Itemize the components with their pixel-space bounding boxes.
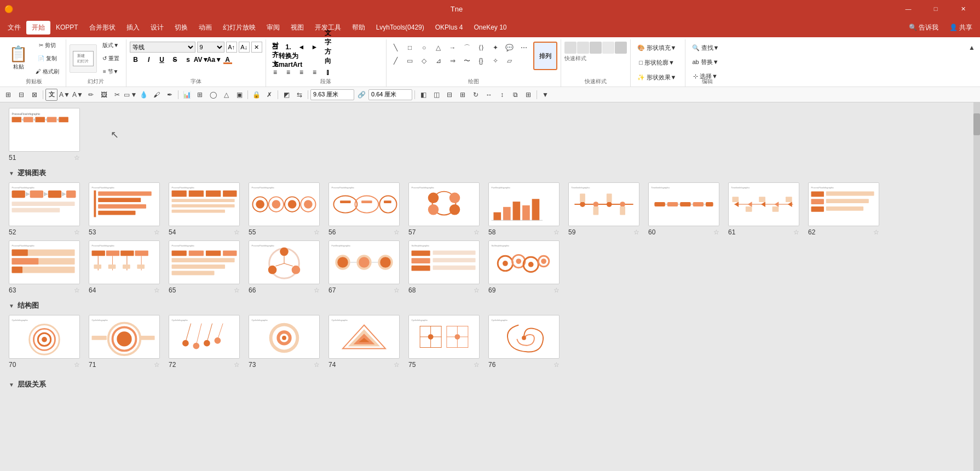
slide-thumb-76[interactable]: CyclicInfographic xyxy=(488,315,560,359)
star-68[interactable]: ☆ xyxy=(474,286,480,294)
slide-item-55[interactable]: ProcessFlowInfographic 55 ☆ xyxy=(249,182,320,236)
slide-item-76[interactable]: CyclicInfographic 76 ☆ xyxy=(488,315,560,369)
paste-button[interactable]: 📋 粘贴 xyxy=(5,44,31,73)
tb-text[interactable]: 文 xyxy=(45,89,57,101)
copy-button[interactable]: 📄 复制 xyxy=(32,53,62,65)
tb-eyedropper[interactable]: 💧 xyxy=(137,89,149,101)
slide-thumb-75[interactable]: CyclicInfographic xyxy=(408,315,480,359)
star-52[interactable]: ☆ xyxy=(74,228,80,236)
tb-chart[interactable]: 📊 xyxy=(181,89,193,101)
scrollbar-right[interactable] xyxy=(973,102,980,471)
height-input[interactable] xyxy=(368,89,412,100)
slide-item-61[interactable]: TimelineInfographic xyxy=(728,182,799,236)
slide-thumb-74[interactable]: CyclicInfographic xyxy=(328,315,400,359)
tb-link-size[interactable]: 🔗 xyxy=(355,89,367,101)
slide-thumb-59[interactable]: TimelineInfographic xyxy=(568,182,639,226)
star-71[interactable]: ☆ xyxy=(154,361,160,369)
shape7[interactable]: 〜 xyxy=(461,55,473,67)
minimize-button[interactable]: — xyxy=(896,0,921,18)
slide-item-74[interactable]: CyclicInfographic 74 ☆ xyxy=(328,315,400,369)
arrange-button[interactable]: 排列 xyxy=(533,42,557,70)
increase-indent[interactable]: ► xyxy=(309,42,321,53)
slide-thumb-67[interactable]: FiveStepInfographic xyxy=(328,240,400,284)
star-59[interactable]: ☆ xyxy=(633,228,639,236)
menu-view[interactable]: 视图 xyxy=(285,21,309,35)
shape-callout[interactable]: 💬 xyxy=(504,42,516,54)
shape8[interactable]: {} xyxy=(475,55,487,67)
shape-more[interactable]: ⋯ xyxy=(518,42,530,54)
section-triangle-logic[interactable]: ▼ xyxy=(9,170,14,176)
bold-button[interactable]: B xyxy=(130,54,142,65)
slide-thumb-62[interactable]: ProcessFlowInfographic xyxy=(808,182,879,226)
menu-home[interactable]: 开始 xyxy=(26,21,50,35)
slide-item-72[interactable]: CyclicInfographic 72 ☆ xyxy=(169,315,240,369)
tb-flipv[interactable]: ↕ xyxy=(496,89,508,101)
tb-image[interactable]: 🖼 xyxy=(98,89,110,101)
menu-search[interactable]: 🔍告诉我 xyxy=(903,21,944,35)
slide-item-71[interactable]: CyclicInfographic 71 ☆ xyxy=(89,315,160,369)
slide-item-60[interactable]: TimelineInfographic 60 ☆ xyxy=(648,182,719,236)
slide-item-53[interactable]: ProcessFlowInfographic 53 ☆ xyxy=(89,182,160,236)
font-size-decrease[interactable]: A↓ xyxy=(239,42,250,53)
shape-circle[interactable]: ○ xyxy=(418,42,430,54)
shape10[interactable]: ▱ xyxy=(504,55,516,67)
tb-crop[interactable]: ✂ xyxy=(111,89,123,101)
star-63[interactable]: ☆ xyxy=(74,286,80,294)
star-66[interactable]: ☆ xyxy=(314,286,320,294)
align-justify[interactable]: ≡ xyxy=(309,67,321,78)
slide-item-56[interactable]: ProcessFlowInfographic 56 ☆ xyxy=(328,182,400,236)
slide-thumb-60[interactable]: TimelineInfographic xyxy=(648,182,719,226)
layout-button[interactable]: 版式▼ xyxy=(99,39,123,51)
menu-slideshow[interactable]: 幻灯片放映 xyxy=(217,21,261,35)
menu-file[interactable]: 文件 xyxy=(2,21,26,35)
slide-thumb-56[interactable]: ProcessFlowInfographic xyxy=(328,182,400,226)
shape-arrow[interactable]: → xyxy=(447,42,459,54)
maximize-button[interactable]: □ xyxy=(923,0,948,18)
font-name-select[interactable]: 等线 xyxy=(130,42,195,53)
slide-item-51[interactable]: ProcessFlowInfographic 51 ☆ xyxy=(9,108,80,162)
star-55[interactable]: ☆ xyxy=(314,228,320,236)
star-74[interactable]: ☆ xyxy=(394,361,400,369)
replace-button[interactable]: ab 替换▼ xyxy=(689,56,723,68)
star-75[interactable]: ☆ xyxy=(474,361,480,369)
tb-pen[interactable]: ✒ xyxy=(164,89,176,101)
slide-item-69[interactable]: SixStepInfographic 69 ☆ xyxy=(488,240,560,294)
star-57[interactable]: ☆ xyxy=(474,228,480,236)
shape-tri[interactable]: △ xyxy=(433,42,445,54)
align-left[interactable]: ≡ xyxy=(269,67,281,78)
slide-thumb-61[interactable]: TimelineInfographic xyxy=(728,182,799,226)
cut-button[interactable]: ✂ 剪切 xyxy=(32,39,62,51)
clear-format[interactable]: ✕ xyxy=(251,42,262,53)
slide-thumb-66[interactable]: ProcessFlowInfographic xyxy=(249,240,320,284)
menu-animation[interactable]: 动画 xyxy=(193,21,217,35)
slide-thumb-72[interactable]: CyclicInfographic xyxy=(169,315,240,359)
star-69[interactable]: ☆ xyxy=(554,286,560,294)
close-button[interactable]: ✕ xyxy=(950,0,976,18)
shape-rect[interactable]: □ xyxy=(404,42,416,54)
star-61[interactable]: ☆ xyxy=(793,228,799,236)
slide-thumb-53[interactable]: ProcessFlowInfographic xyxy=(89,182,160,226)
slide-item-57[interactable]: ProcessFlowInfographic 57 ☆ xyxy=(408,182,480,236)
tb-shape-circle2[interactable]: ◯ xyxy=(207,89,219,101)
star-65[interactable]: ☆ xyxy=(234,286,240,294)
star-53[interactable]: ☆ xyxy=(154,228,160,236)
star-70[interactable]: ☆ xyxy=(74,361,80,369)
slide-panel[interactable]: ProcessFlowInfographic 51 ☆ xyxy=(0,102,973,471)
tb-group[interactable]: ⊞ xyxy=(194,89,206,101)
tb-snap[interactable]: ⊟ xyxy=(15,89,27,101)
font-size-increase[interactable]: A↑ xyxy=(226,42,237,53)
slide-thumb-57[interactable]: ProcessFlowInfographic xyxy=(408,182,480,226)
slide-item-70[interactable]: CyclicInfographic 70 ☆ xyxy=(9,315,80,369)
star-58[interactable]: ☆ xyxy=(554,228,560,236)
shape-eq[interactable]: ⟨⟩ xyxy=(475,42,487,54)
convert-smartart[interactable]: 转换为SmartArt xyxy=(283,54,295,65)
slide-item-64[interactable]: ProcessFlowInfographic xyxy=(89,240,160,294)
slide-thumb-69[interactable]: SixStepInfographic xyxy=(488,240,560,284)
slide-item-52[interactable]: ProcessFlowInfographic 52 ☆ xyxy=(9,182,80,236)
star-54[interactable]: ☆ xyxy=(234,228,240,236)
align-center[interactable]: ≡ xyxy=(283,67,295,78)
width-input[interactable] xyxy=(310,89,354,100)
shape-fill-button[interactable]: 🎨 形状填充▼ xyxy=(634,42,680,54)
star-72[interactable]: ☆ xyxy=(234,361,240,369)
tb-more-shapes[interactable]: ▣ xyxy=(233,89,245,101)
